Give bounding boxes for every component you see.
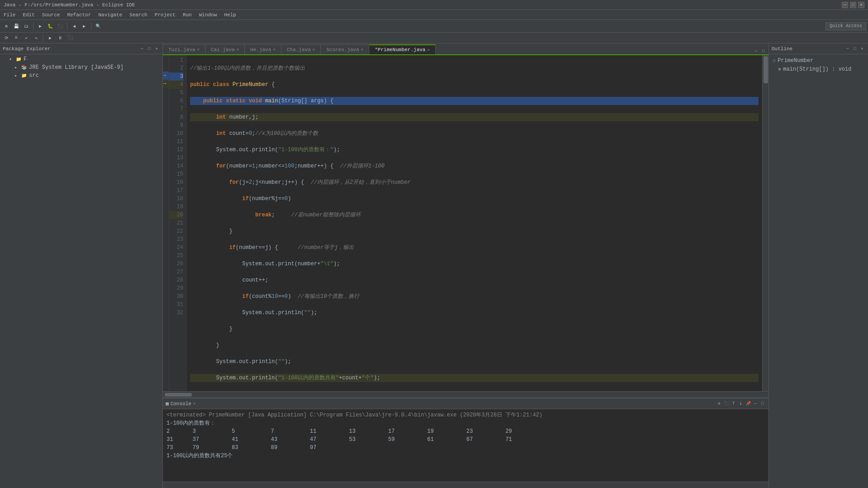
menu-navigate[interactable]: Navigate bbox=[95, 10, 126, 19]
src-folder-icon: 📁 bbox=[21, 72, 27, 79]
next-button[interactable]: ▶ bbox=[80, 22, 89, 31]
tab-primenumber[interactable]: *PrimeNumber.java ✕ bbox=[369, 44, 436, 54]
tab-scores[interactable]: Scores.java ✕ bbox=[321, 44, 369, 54]
outline-tree: ◇ PrimeNumber ◆ main(String[]) : void bbox=[769, 54, 868, 75]
console-output-line-5: 1-100以内的质数共有25个 bbox=[167, 452, 765, 460]
console-h-scroll[interactable] bbox=[163, 482, 768, 488]
console-tab[interactable]: ▦ Console ✕ bbox=[166, 401, 196, 407]
prev-button[interactable]: ◀ bbox=[70, 22, 79, 31]
code-line-10: break; //若number能整除内层循环 bbox=[190, 211, 758, 219]
outline-class-label: PrimeNumber bbox=[777, 57, 813, 64]
tb2-btn1[interactable]: ⟳ bbox=[2, 33, 11, 43]
menu-refactor[interactable]: Refactor bbox=[63, 10, 95, 19]
save-all-button[interactable]: 🗂 bbox=[22, 22, 31, 31]
run-button[interactable]: ▶ bbox=[36, 22, 45, 31]
tb2-stop[interactable]: ⬛ bbox=[66, 33, 75, 43]
outline-close-btn[interactable]: ✕ bbox=[859, 46, 865, 52]
tab-he-close[interactable]: ✕ bbox=[273, 47, 275, 52]
editor-scrollbar[interactable] bbox=[762, 55, 768, 391]
console-pin-btn[interactable]: 📌 bbox=[745, 401, 751, 407]
panel-minimize-btn[interactable]: — bbox=[139, 46, 145, 52]
console-scroll-top[interactable]: ⤒ bbox=[730, 401, 737, 407]
tab-cha-close[interactable]: ✕ bbox=[313, 47, 315, 52]
outline-header-controls: — □ ✕ bbox=[844, 46, 865, 52]
tab-scores-close[interactable]: ✕ bbox=[361, 47, 363, 52]
tab-tuzi-label: Tuzi.java bbox=[168, 47, 195, 53]
tree-item-jre[interactable]: ▸ 📚 JRE System Library [JavaSE-9] bbox=[0, 63, 162, 72]
tab-primenumber-close[interactable]: ✕ bbox=[427, 48, 429, 53]
new-button[interactable]: ⊕ bbox=[2, 22, 11, 31]
editor-h-scroll[interactable] bbox=[163, 391, 768, 397]
tab-controls: — □ bbox=[753, 48, 768, 54]
console-icon: ▦ bbox=[166, 401, 169, 407]
minimize-button[interactable]: ─ bbox=[842, 2, 848, 8]
editor-area: Tuzi.java ✕ Cai.java ✕ He.java ✕ Cha.jav… bbox=[163, 43, 768, 488]
outline-max-btn[interactable]: □ bbox=[852, 46, 858, 52]
h-scroll-thumb[interactable] bbox=[165, 393, 192, 397]
ln-14: 14 bbox=[169, 162, 183, 170]
toolbar-sep-2 bbox=[67, 22, 67, 30]
stop-button[interactable]: ⬛ bbox=[56, 22, 65, 31]
tab-ctrl-min[interactable]: — bbox=[753, 48, 759, 54]
menu-source[interactable]: Source bbox=[38, 10, 64, 19]
menu-run[interactable]: Run bbox=[179, 10, 196, 19]
code-content[interactable]: //输出1-100以内的质数，并且把质数个数输出 public class Pr… bbox=[186, 55, 762, 391]
ln-24: 24 bbox=[169, 244, 183, 252]
search-button[interactable]: 🔍 bbox=[94, 22, 103, 31]
tab-ctrl-max[interactable]: □ bbox=[760, 48, 767, 54]
tab-cai-label: Cai.java bbox=[211, 47, 235, 53]
ln-12: 12 bbox=[169, 146, 183, 154]
package-tree: ▾ 📁 F ▸ 📚 JRE System Library [JavaSE-9] … bbox=[0, 54, 162, 488]
outline-header: Outline — □ ✕ bbox=[769, 43, 868, 54]
menu-file[interactable]: File bbox=[0, 10, 19, 19]
tree-item-f[interactable]: ▾ 📁 F bbox=[0, 55, 162, 63]
tab-cha[interactable]: Cha.java ✕ bbox=[281, 44, 321, 54]
window-controls: ─ □ ✕ bbox=[842, 2, 864, 8]
ln-30: 30 bbox=[169, 292, 183, 301]
tb2-btn2[interactable]: ≡ bbox=[12, 33, 21, 43]
scrollbar-thumb[interactable] bbox=[763, 56, 768, 83]
panel-maximize-btn[interactable]: □ bbox=[146, 46, 153, 52]
debug-button[interactable]: 🐛 bbox=[46, 22, 55, 31]
menu-edit[interactable]: Edit bbox=[19, 10, 38, 19]
maximize-button[interactable]: □ bbox=[850, 2, 856, 8]
tab-cai-close[interactable]: ✕ bbox=[237, 47, 239, 52]
save-button[interactable]: 💾 bbox=[12, 22, 21, 31]
ln-26: 26 bbox=[169, 260, 183, 268]
console-content: <terminated> PrimeNumber [Java Applicati… bbox=[163, 409, 768, 482]
menu-search[interactable]: Search bbox=[126, 10, 151, 19]
console-scroll-bottom[interactable]: ⤓ bbox=[738, 401, 744, 407]
main-toolbar: ⊕ 💾 🗂 ▶ 🐛 ⬛ ◀ ▶ 🔍 Quick Access bbox=[0, 20, 868, 33]
console-max-btn[interactable]: □ bbox=[759, 401, 766, 407]
panel-close-btn[interactable]: ✕ bbox=[153, 46, 160, 52]
outline-method-item[interactable]: ◆ main(String[]) : void bbox=[771, 65, 866, 73]
ln-5: 5 bbox=[169, 89, 183, 97]
tab-he[interactable]: He.java ✕ bbox=[245, 44, 281, 54]
menu-project[interactable]: Project bbox=[151, 10, 179, 19]
tab-tuzi[interactable]: Tuzi.java ✕ bbox=[163, 44, 205, 54]
tb2-run[interactable]: ▶ bbox=[46, 33, 55, 43]
console-close[interactable]: ✕ bbox=[193, 401, 196, 406]
console-output-line-1: 1-100内的质数有： bbox=[167, 419, 765, 427]
close-button[interactable]: ✕ bbox=[858, 2, 864, 8]
tb2-btn3[interactable]: ↩ bbox=[22, 33, 31, 43]
console-label: Console bbox=[171, 401, 191, 407]
tb2-btn4[interactable]: ↪ bbox=[32, 33, 41, 43]
tab-cai[interactable]: Cai.java ✕ bbox=[205, 44, 245, 54]
ln-32: 32 bbox=[169, 309, 183, 317]
tree-item-src[interactable]: ▸ 📁 src bbox=[0, 72, 162, 80]
menu-window[interactable]: Window bbox=[196, 10, 221, 19]
console-clear-btn[interactable]: ⊘ bbox=[716, 401, 722, 407]
package-explorer-header: Package Explorer — □ ✕ bbox=[0, 43, 162, 54]
console-terminated-line: <terminated> PrimeNumber [Java Applicati… bbox=[167, 411, 765, 419]
console-terminate-btn[interactable]: ⬛ bbox=[723, 401, 730, 407]
menu-bar: File Edit Source Refactor Navigate Searc… bbox=[0, 10, 868, 20]
outline-title: Outline bbox=[772, 46, 792, 52]
quick-access-box[interactable]: Quick Access bbox=[825, 22, 866, 30]
tab-tuzi-close[interactable]: ✕ bbox=[197, 47, 199, 52]
outline-min-btn[interactable]: — bbox=[844, 46, 851, 52]
tb2-debug[interactable]: ⏸ bbox=[56, 33, 65, 43]
menu-help[interactable]: Help bbox=[220, 10, 239, 19]
console-min-btn[interactable]: — bbox=[752, 401, 758, 407]
outline-class-item[interactable]: ◇ PrimeNumber bbox=[771, 56, 866, 65]
